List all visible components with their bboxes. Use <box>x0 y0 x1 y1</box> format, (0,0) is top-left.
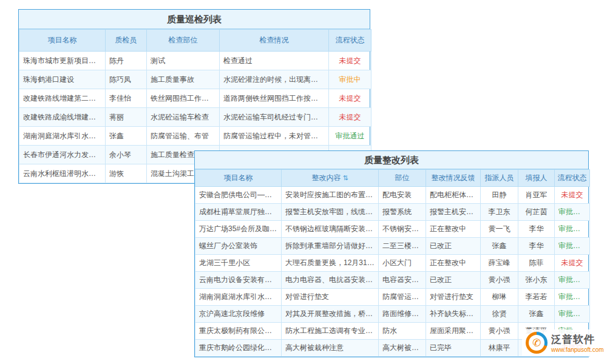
cell-text: 防腐管运输过程中，未对管进行... <box>220 127 329 146</box>
table-row: 成都杜甫草堂展厅独立展...报警主机安放牢固，线缆连接...报警系统报警主机安放… <box>195 204 590 221</box>
fanpu-text-block: 泛普软件 www.fanpusoft.com <box>551 332 604 353</box>
person-name: 张鑫 <box>106 127 147 146</box>
cell-text: 小区大门 <box>379 255 426 272</box>
project-name-link[interactable]: 珠海鹤港口建设 <box>19 70 106 89</box>
status-badge: 未提交 <box>555 255 590 272</box>
cell-text: 道路两侧铁丝网围挡工作按设计... <box>220 89 329 108</box>
table-row: 改建铁路成渝线增建第...蒋丽水泥砼运输车检查水泥砼运输车司机经过专门培训...… <box>19 108 371 127</box>
person-name: 张小东 <box>518 272 555 289</box>
person-name: 李卫东 <box>481 204 518 221</box>
table-row: 安徽合肥供电公司—配电设备...安装时应按施工图的布置，将...配电安装配电柜柜… <box>195 187 590 204</box>
column-header: 填报人 <box>518 170 555 187</box>
table-row: 改建铁路线增建第二线...李佳怡铁丝网围挡工作检查道路两侧铁丝网围挡工作按设计.… <box>19 89 371 108</box>
cell-text: 已改正 <box>426 272 481 289</box>
status-badge: 未提交 <box>555 187 590 204</box>
cell-text: 高大树被栽种 <box>379 340 426 357</box>
status-badge: 审批通过 <box>555 272 590 289</box>
project-name-link[interactable]: 安徽合肥供电公司—配电设备... <box>195 187 282 204</box>
person-name: 肖亚军 <box>518 187 555 204</box>
person-name: 何芷茵 <box>518 204 555 221</box>
cell-text: 屋面采用聚氨... <box>426 323 481 340</box>
project-name-link[interactable]: 湖南洞庭湖水库引水工... <box>19 127 106 146</box>
column-header: 部位 <box>379 170 426 187</box>
status-badge: 未提交 <box>329 89 371 108</box>
table-row: 龙湖三千里小区大理石质量更换，12月31日之...小区大门正在整改中薛宝峰陈菲未… <box>195 255 590 272</box>
project-name-link[interactable]: 京沪高速北京段维修 <box>195 306 282 323</box>
column-header: 项目名称 <box>19 30 106 52</box>
cell-text: 对其及开展整改措施，桥头... <box>282 306 379 323</box>
status-badge: 审批通过 <box>555 306 590 323</box>
column-header: 指派人员 <box>481 170 518 187</box>
fanpu-brand-name: 泛普软件 <box>551 332 604 346</box>
header-row: 项目名称整改内容⇅部位整改情况反馈指派人员填报人流程状态 <box>195 170 590 187</box>
project-name-link[interactable]: 重庆太极制药有限公司嘉州中... <box>195 323 282 340</box>
cell-text: 配电安装 <box>379 187 426 204</box>
project-name-link[interactable]: 云南电力设备安装有限公司20... <box>195 272 282 289</box>
project-name-link[interactable]: 重庆市鹅岭公园绿化景观提升... <box>195 340 282 357</box>
cell-text: 电容器安装... <box>379 272 426 289</box>
fanpu-watermark: ✆ 泛普软件 www.fanpusoft.com <box>522 329 607 356</box>
cell-text: 安装时应按施工图的布置，将... <box>282 187 379 204</box>
column-header[interactable]: 整改内容⇅ <box>282 170 379 187</box>
cell-text: 配电柜柜体与... <box>426 187 481 204</box>
cell-text: 水泥砼运输车检查 <box>147 108 220 127</box>
project-name-link[interactable]: 改建铁路成渝线增建第... <box>19 108 106 127</box>
project-name-link[interactable]: 成都杜甫草堂展厅独立展... <box>195 204 282 221</box>
person-name: 柳琳 <box>481 289 518 306</box>
cell-text: 不锈钢边框玻璃隔断安装不牢... <box>282 221 379 238</box>
table-row: 万达广场35#会所及咖啡厅空...不锈钢边框玻璃隔断安装不牢...不锈钢安装..… <box>195 221 590 238</box>
cell-text: 高大树被栽种注意 <box>282 340 379 357</box>
project-name-link[interactable]: 改建铁路线增建第二线... <box>19 89 106 108</box>
status-badge: 未提交 <box>329 108 371 127</box>
cell-text: 路面维修检... <box>379 306 426 323</box>
column-header: 项目名称 <box>195 170 282 187</box>
cell-text: 防腐管运输、布管 <box>147 127 220 146</box>
project-name-link[interactable]: 长春市伊通河水力发电... <box>19 146 106 164</box>
inspection-list-title: 质量巡检列表 <box>19 10 370 29</box>
project-name-link[interactable]: 万达广场35#会所及咖啡厅空... <box>195 221 282 238</box>
project-name-link[interactable]: 云南水利枢纽潜明水库... <box>19 164 106 183</box>
person-name: 黄一飞 <box>481 221 518 238</box>
cell-text: 正在整改中 <box>426 255 481 272</box>
cell-text: 铁丝网围挡工作检查 <box>147 89 220 108</box>
person-name: 李华 <box>518 238 555 255</box>
person-name: 陈丹 <box>106 52 147 70</box>
sort-icon[interactable]: ⇅ <box>342 174 348 181</box>
rectification-table: 项目名称整改内容⇅部位整改情况反馈指派人员填报人流程状态安徽合肥供电公司—配电设… <box>195 169 590 357</box>
cell-text: 二至三楼混... <box>379 238 426 255</box>
project-name-link[interactable]: 龙湖三千里小区 <box>195 255 282 272</box>
project-name-link[interactable]: 湖南洞庭湖水库引水工程施工... <box>195 289 282 306</box>
cell-text: 正在整改中 <box>426 221 481 238</box>
project-name-link[interactable]: 珠海市城市更新项目紫... <box>19 52 106 70</box>
fanpu-url-link[interactable]: www.fanpusoft.com <box>551 346 604 353</box>
status-badge: 审批通过 <box>329 127 371 146</box>
fanpu-logo-icon: ✆ <box>526 332 548 354</box>
header-row: 项目名称质检员检查部位检查情况流程状态 <box>19 30 371 52</box>
cell-text: 电力电容器、电抗器安装方案... <box>282 272 379 289</box>
person-name: 李若若 <box>518 289 555 306</box>
cell-text: 防腐管运输... <box>379 289 426 306</box>
cell-text: 防水 <box>379 323 426 340</box>
cell-text: 不锈钢安装... <box>379 221 426 238</box>
status-badge: 审批通过 <box>555 221 590 238</box>
status-badge: 未提交 <box>329 52 371 70</box>
cell-text: 补齐缺失标志... <box>426 306 481 323</box>
person-name: 黄小强 <box>481 323 518 340</box>
cell-text: 已改正 <box>426 238 481 255</box>
cell-text: 测试 <box>147 52 220 70</box>
table-row: 螺丝厂办公室装饰拆除到承重墙部分请做好加固...二至三楼混...已改正张鑫李华审… <box>195 238 590 255</box>
person-name: 陈巧凤 <box>106 70 147 89</box>
cell-text: 检查通过 <box>220 52 329 70</box>
cell-text: 报警主机安放牢固，线缆连接... <box>282 204 379 221</box>
cell-text: 拆除到承重墙部分请做好加固... <box>282 238 379 255</box>
cell-text: 对管进行垫支 <box>282 289 379 306</box>
person-name: 蒋丽 <box>106 108 147 127</box>
person-name: 黄小强 <box>481 272 518 289</box>
table-row: 湖南洞庭湖水库引水工...张鑫防腐管运输、布管防腐管运输过程中，未对管进行...… <box>19 127 371 146</box>
column-header: 检查情况 <box>220 30 329 52</box>
status-badge: 审批通过 <box>555 204 590 221</box>
cell-text: 报警主机安放... <box>426 204 481 221</box>
person-name: 陈菲 <box>518 255 555 272</box>
project-name-link[interactable]: 螺丝厂办公室装饰 <box>195 238 282 255</box>
cell-text: 已完毕 <box>426 340 481 357</box>
